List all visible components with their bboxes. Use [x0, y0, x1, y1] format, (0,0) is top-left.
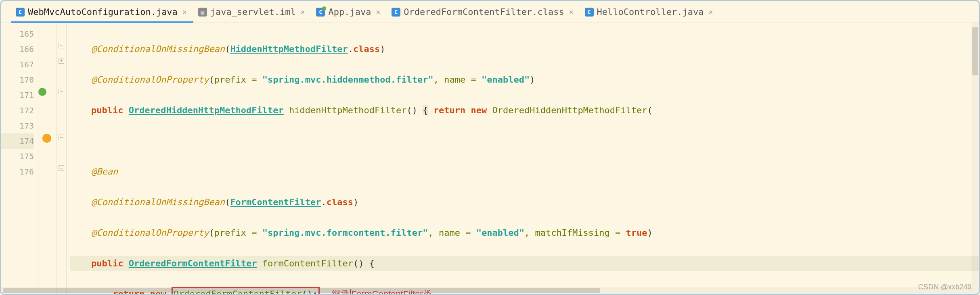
code-content[interactable]: @ConditionalOnMissingBean(HiddenHttpMeth… [67, 23, 979, 294]
close-icon[interactable]: × [299, 8, 307, 16]
intention-bulb-icon[interactable] [42, 134, 51, 143]
tab-iml[interactable]: ▤ java_servlet.iml × [193, 1, 312, 23]
close-icon[interactable]: × [181, 8, 188, 16]
line-number: 166 [1, 42, 34, 57]
spring-bean-icon[interactable] [38, 88, 46, 96]
fold-handle-icon[interactable]: − [59, 43, 64, 48]
fold-handle-icon[interactable]: − [59, 135, 64, 140]
tab-app[interactable]: C App.java × [311, 1, 387, 23]
tab-label: OrderedFormContentFilter.class [404, 7, 564, 17]
scrollbar-thumb[interactable] [3, 288, 600, 293]
class-icon: C [392, 8, 400, 17]
line-number-gutter: 165 166 167 170 171 172 173 174 175 176 [1, 23, 38, 294]
code-line: @ConditionalOnMissingBean(FormContentFil… [70, 195, 979, 210]
line-number: 176 [1, 164, 34, 179]
code-line: @ConditionalOnProperty(prefix = "spring.… [70, 225, 979, 241]
line-number: 167 [1, 57, 34, 72]
code-line: public OrderedFormContentFilter formCont… [70, 256, 979, 271]
code-line: @ConditionalOnMissingBean(HiddenHttpMeth… [70, 42, 979, 57]
line-number: 175 [1, 149, 34, 164]
line-number: 173 [1, 118, 34, 133]
gutter-icons [38, 23, 57, 294]
file-icon: ▤ [198, 8, 207, 17]
tab-ofcf[interactable]: C OrderedFormContentFilter.class × [387, 1, 580, 23]
tab-label: java_servlet.iml [210, 7, 296, 17]
tab-label: App.java [328, 7, 371, 17]
tab-label: HelloController.java [597, 7, 704, 17]
line-number: 174 [1, 133, 34, 149]
line-number: 171 [1, 87, 34, 103]
code-line: public OrderedHiddenHttpMethodFilter hid… [70, 103, 979, 118]
code-area: 165 166 167 170 171 172 173 174 175 176 … [1, 23, 979, 294]
fold-column: − + − − − [57, 23, 67, 294]
scrollbar-horizontal[interactable] [1, 287, 972, 294]
close-icon[interactable]: × [374, 8, 382, 16]
class-icon: C [316, 8, 325, 17]
code-line: @ConditionalOnProperty(prefix = "spring.… [70, 72, 979, 87]
code-line: @Bean [70, 164, 979, 179]
line-number: 170 [1, 72, 34, 87]
tab-hello[interactable]: C HelloController.java × [580, 1, 720, 23]
tab-webmvc[interactable]: C WebMvcAutoConfiguration.java × [11, 1, 193, 23]
fold-handle-icon[interactable]: − [59, 165, 64, 171]
close-icon[interactable]: × [567, 8, 575, 16]
close-icon[interactable]: × [707, 8, 714, 16]
tab-bar: C WebMvcAutoConfiguration.java × ▤ java_… [1, 1, 979, 23]
line-number: 172 [1, 103, 34, 118]
watermark: CSDN @xxb249 [918, 283, 972, 291]
line-number: 165 [1, 26, 34, 42]
fold-handle-icon[interactable]: + [59, 58, 64, 64]
code-line [70, 133, 979, 149]
editor-window: C WebMvcAutoConfiguration.java × ▤ java_… [0, 0, 980, 295]
class-icon: C [16, 8, 25, 17]
tab-label: WebMvcAutoConfiguration.java [28, 7, 178, 17]
class-icon: C [585, 8, 594, 17]
fold-handle-icon[interactable]: − [59, 89, 64, 94]
scrollbar-vertical[interactable] [972, 23, 979, 294]
scrollbar-thumb[interactable] [972, 27, 978, 75]
